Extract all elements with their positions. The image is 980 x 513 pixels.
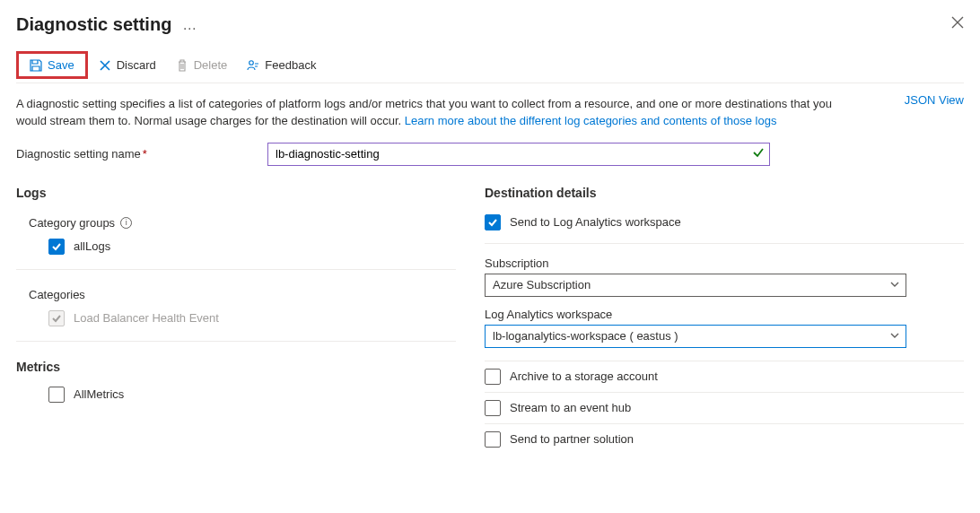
metrics-heading: Metrics <box>16 360 456 374</box>
feedback-label: Feedback <box>265 58 316 72</box>
destination-heading: Destination details <box>485 186 964 200</box>
discard-button[interactable]: Discard <box>90 55 165 75</box>
la-workspace-label: Log Analytics workspace <box>485 308 964 321</box>
delete-button: Delete <box>167 55 237 75</box>
la-workspace-value: lb-loganalytics-workspace ( eastus ) <box>493 329 678 343</box>
category-groups-text: Category groups <box>29 216 115 230</box>
description-text: A diagnostic setting specifies a list of… <box>16 96 860 130</box>
delete-label: Delete <box>194 58 228 72</box>
la-workspace-dropdown[interactable]: lb-loganalytics-workspace ( eastus ) <box>485 325 906 348</box>
feedback-button[interactable]: Feedback <box>238 55 325 75</box>
lb-health-event-label: Load Balancer Health Event <box>74 311 219 325</box>
subscription-dropdown[interactable]: Azure Subscription <box>485 274 906 297</box>
valid-check-icon <box>752 146 765 159</box>
info-icon[interactable]: i <box>120 217 132 229</box>
logs-heading: Logs <box>16 186 456 200</box>
send-log-analytics-label: Send to Log Analytics workspace <box>510 215 681 229</box>
toolbar: Save Discard Delete Feedback <box>16 51 964 83</box>
chevron-down-icon <box>889 279 900 290</box>
stream-eventhub-checkbox[interactable] <box>485 400 501 416</box>
lb-health-event-checkbox <box>48 310 65 326</box>
page-title: Diagnostic setting <box>16 14 171 35</box>
setting-name-input[interactable] <box>267 143 770 166</box>
partner-solution-checkbox[interactable] <box>485 431 501 448</box>
close-button[interactable] <box>951 16 964 29</box>
save-label: Save <box>48 58 74 72</box>
category-groups-label: Category groups i <box>29 216 456 230</box>
svg-point-0 <box>249 60 254 65</box>
save-button[interactable]: Save <box>21 55 83 75</box>
discard-label: Discard <box>117 58 156 72</box>
stream-eventhub-label: Stream to an event hub <box>510 401 631 414</box>
required-indicator: * <box>143 147 147 161</box>
archive-storage-checkbox[interactable] <box>485 369 501 385</box>
partner-solution-label: Send to partner solution <box>510 432 634 446</box>
categories-label: Categories <box>29 288 456 301</box>
save-icon <box>30 59 42 72</box>
feedback-icon <box>247 59 259 72</box>
subscription-value: Azure Subscription <box>493 278 591 291</box>
setting-name-label-text: Diagnostic setting name <box>16 147 141 161</box>
setting-name-label: Diagnostic setting name* <box>16 147 267 161</box>
subscription-label: Subscription <box>485 256 964 270</box>
allmetrics-label: AllMetrics <box>74 387 124 401</box>
archive-storage-label: Archive to a storage account <box>510 370 658 383</box>
delete-icon <box>176 59 188 72</box>
discard-icon <box>99 59 111 72</box>
json-view-link[interactable]: JSON View <box>905 93 964 107</box>
chevron-down-icon <box>889 330 900 341</box>
alllogs-label: allLogs <box>74 239 110 253</box>
alllogs-checkbox[interactable] <box>48 239 65 255</box>
send-log-analytics-checkbox[interactable] <box>485 214 501 230</box>
more-actions-button[interactable]: … <box>182 17 197 33</box>
save-highlight-box: Save <box>16 51 88 79</box>
learn-more-link[interactable]: Learn more about the different log categ… <box>405 114 777 127</box>
allmetrics-checkbox[interactable] <box>48 387 65 403</box>
close-icon <box>951 16 964 29</box>
